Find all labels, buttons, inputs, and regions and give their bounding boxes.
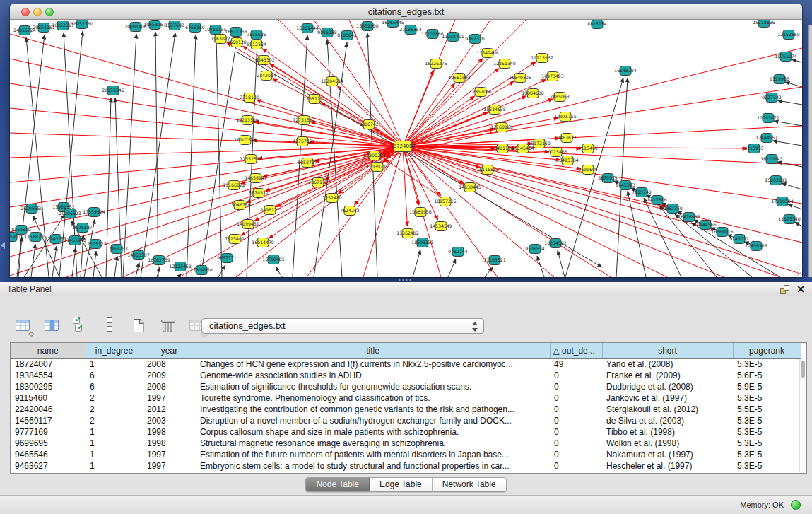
- column-header-name[interactable]: name: [11, 343, 86, 358]
- table-cell[interactable]: 2: [86, 392, 143, 404]
- tab-network-table[interactable]: Network Table: [433, 478, 506, 491]
- table-row[interactable]: 977716911998Corpus callosum shape and si…: [11, 426, 801, 438]
- table-row[interactable]: 2242004622012Investigating the contribut…: [11, 404, 801, 415]
- table-selector-dropdown[interactable]: citations_edges.txt: [201, 318, 484, 334]
- table-cell[interactable]: 0: [550, 438, 602, 449]
- table-cell[interactable]: 1: [86, 358, 143, 370]
- table-cell[interactable]: 1: [86, 426, 143, 438]
- table-cell[interactable]: Embryonic stem cells: a model to study s…: [196, 460, 550, 472]
- table-cell[interactable]: 5.5E-5: [733, 404, 801, 415]
- table-cell[interactable]: Tibbo et al. (1998): [602, 426, 733, 438]
- table-cell[interactable]: 22420046: [11, 404, 86, 415]
- table-cell[interactable]: Yano et al. (2008): [602, 358, 733, 370]
- table-cell[interactable]: 1: [86, 460, 143, 472]
- tab-node-table[interactable]: Node Table: [306, 478, 370, 491]
- table-cell[interactable]: 9777169: [11, 426, 86, 438]
- column-header-pagerank[interactable]: pagerank: [733, 343, 801, 358]
- splitter-handle[interactable]: [398, 279, 411, 281]
- new-file-button[interactable]: [129, 315, 148, 335]
- table-cell[interactable]: 9115460: [11, 392, 86, 404]
- table-cell[interactable]: Genome-wide association studies in ADHD.: [196, 370, 550, 381]
- table-cell[interactable]: 1: [86, 449, 143, 460]
- table-cell[interactable]: 0: [550, 392, 602, 404]
- table-cell[interactable]: 18300295: [11, 381, 86, 392]
- table-cell[interactable]: 2003: [143, 415, 196, 426]
- delete-button[interactable]: [158, 315, 177, 335]
- table-row[interactable]: 946362711997Embryonic stem cells: a mode…: [11, 460, 801, 472]
- table-cell[interactable]: 1998: [143, 438, 196, 449]
- table-cell[interactable]: 5.3E-5: [733, 392, 801, 404]
- table-cell[interactable]: 6: [86, 370, 143, 381]
- table-cell[interactable]: Nakamura et al. (1997): [602, 449, 733, 460]
- table-cell[interactable]: 0: [550, 426, 602, 438]
- table-cell[interactable]: Disruption of a novel member of a sodium…: [196, 415, 550, 426]
- table-cell[interactable]: 5.3E-5: [733, 415, 801, 426]
- table-cell[interactable]: de Silva et al. (2003): [602, 415, 733, 426]
- table-cell[interactable]: Stergiakouli et al. (2012): [602, 404, 733, 415]
- table-cell[interactable]: 5.3E-5: [733, 449, 801, 460]
- table-cell[interactable]: 1997: [143, 449, 196, 460]
- column-header-short[interactable]: short: [602, 343, 733, 358]
- table-cell[interactable]: Estimation of significance thresholds fo…: [196, 381, 550, 392]
- table-cell[interactable]: 0: [550, 415, 602, 426]
- scrollbar-thumb[interactable]: [801, 361, 805, 378]
- column-header-out_de[interactable]: △ out_de...: [550, 343, 602, 358]
- table-cell[interactable]: Corpus callosum shape and size in male p…: [196, 426, 550, 438]
- table-cell[interactable]: 2012: [143, 404, 196, 415]
- table-row[interactable]: 1872400712008Changes of HCN gene express…: [11, 358, 801, 370]
- table-cell[interactable]: Changes of HCN gene expression and I(f) …: [196, 358, 550, 370]
- table-cell[interactable]: 0: [550, 381, 602, 392]
- table-cell[interactable]: 1997: [143, 460, 196, 472]
- table-cell[interactable]: 1998: [143, 426, 196, 438]
- table-cell[interactable]: Dudbridge et al. (2008): [602, 381, 733, 392]
- table-cell[interactable]: 5.3E-5: [733, 426, 801, 438]
- table-cell[interactable]: Investigating the contribution of common…: [196, 404, 550, 415]
- table-row[interactable]: 1456911722003Disruption of a novel membe…: [11, 415, 801, 426]
- network-window[interactable]: citations_edges.txt 18724007183002952405…: [10, 4, 802, 277]
- network-graph[interactable]: 1872400718300295240557242085406110852317…: [10, 20, 802, 277]
- table-cell[interactable]: 5.6E-5: [733, 370, 801, 381]
- panel-collapse-arrow-icon[interactable]: [1, 242, 5, 249]
- table-cell[interactable]: 6: [86, 381, 143, 392]
- table-cell[interactable]: 9463627: [11, 460, 86, 472]
- memory-status-led[interactable]: [791, 500, 801, 510]
- table-settings-button[interactable]: ⚙: [13, 315, 33, 335]
- table-row[interactable]: 946554611997Estimation of the future num…: [11, 449, 801, 460]
- table-cell[interactable]: Structural magnetic resonance image aver…: [196, 438, 550, 449]
- collapsed-results-panel-edge[interactable]: [808, 25, 812, 277]
- table-row[interactable]: 1938455462009Genome-wide association stu…: [11, 370, 801, 381]
- select-all-button[interactable]: [71, 315, 90, 335]
- table-cell[interactable]: 5.3E-5: [733, 438, 801, 449]
- table-cell[interactable]: 1: [86, 438, 143, 449]
- table-cell[interactable]: 0: [550, 404, 602, 415]
- network-graph-canvas[interactable]: 1872400718300295240557242085406110852317…: [10, 20, 802, 277]
- table-cell[interactable]: Tourette syndrome. Phenomenology and cla…: [196, 392, 550, 404]
- table-cell[interactable]: 14569117: [11, 415, 86, 426]
- close-panel-icon[interactable]: ✕: [796, 283, 805, 296]
- column-header-year[interactable]: year: [143, 343, 196, 358]
- table-row[interactable]: 969969511998Structural magnetic resonanc…: [11, 438, 801, 449]
- table-vertical-scrollbar[interactable]: [799, 359, 806, 472]
- table-cell[interactable]: 9699695: [11, 438, 86, 449]
- table-cell[interactable]: Estimation of the future numbers of pati…: [196, 449, 550, 460]
- table-cell[interactable]: Wolkin et al. (1998): [602, 438, 733, 449]
- table-row[interactable]: 1830029562008Estimation of significance …: [11, 381, 801, 392]
- table-row[interactable]: 911546021997Tourette syndrome. Phenomeno…: [11, 392, 801, 404]
- column-header-title[interactable]: title: [196, 343, 550, 358]
- table-cell[interactable]: 2008: [143, 358, 196, 370]
- table-cell[interactable]: 49: [550, 358, 602, 370]
- table-cell[interactable]: 1997: [143, 392, 196, 404]
- table-cell[interactable]: Hescheler et al. (1997): [602, 460, 733, 472]
- network-window-titlebar[interactable]: citations_edges.txt: [10, 4, 802, 20]
- table-cell[interactable]: 19384554: [11, 370, 86, 381]
- table-cell[interactable]: 0: [550, 449, 602, 460]
- table-cell[interactable]: 9465546: [11, 449, 86, 460]
- table-cell[interactable]: 0: [550, 460, 602, 472]
- table-cell[interactable]: Franke et al. (2009): [602, 370, 733, 381]
- tab-edge-table[interactable]: Edge Table: [370, 478, 433, 491]
- table-cell[interactable]: 0: [550, 370, 602, 381]
- table-cell[interactable]: Jankovic et al. (1997): [602, 392, 733, 404]
- table-cell[interactable]: 5.3E-5: [733, 358, 801, 370]
- table-cell[interactable]: 2009: [143, 370, 196, 381]
- table-cell[interactable]: 18724007: [11, 358, 86, 370]
